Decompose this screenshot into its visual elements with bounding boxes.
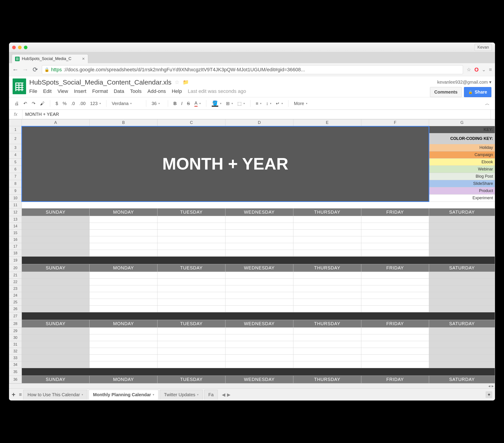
cell[interactable]: [158, 223, 225, 230]
row-header[interactable]: 26: [9, 306, 22, 312]
key-subtitle-cell[interactable]: COLOR-CODING KEY:: [429, 133, 495, 144]
row-header[interactable]: 2: [9, 133, 22, 144]
row-header[interactable]: 18: [9, 250, 22, 256]
day-header-cell[interactable]: TUESDAY: [158, 208, 225, 216]
cell[interactable]: [158, 299, 225, 306]
day-header-cell[interactable]: SATURDAY: [429, 264, 495, 272]
cell[interactable]: [90, 216, 158, 223]
cell[interactable]: [293, 348, 361, 355]
day-header-cell[interactable]: FRIDAY: [361, 208, 429, 216]
font-size-select[interactable]: 36: [150, 100, 164, 107]
star-document-icon[interactable]: ☆: [175, 79, 180, 85]
chrome-profile-chip[interactable]: Kevan: [474, 44, 492, 51]
pocket-icon[interactable]: ⌄: [482, 67, 486, 73]
cell[interactable]: [90, 230, 158, 236]
cell[interactable]: [90, 272, 158, 279]
cell[interactable]: [225, 236, 293, 243]
cell[interactable]: [225, 250, 293, 256]
cell[interactable]: [90, 299, 158, 306]
cell[interactable]: [361, 250, 429, 256]
cell[interactable]: [361, 216, 429, 223]
key-product-cell[interactable]: Product: [429, 187, 495, 194]
wrap-button[interactable]: ↵: [274, 100, 284, 107]
cell[interactable]: [361, 334, 429, 341]
day-header-cell[interactable]: MONDAY: [90, 320, 158, 328]
row-header[interactable]: 27: [9, 312, 22, 320]
reload-button[interactable]: ⟳: [32, 67, 38, 73]
row-header[interactable]: 5: [9, 158, 22, 166]
col-header[interactable]: C: [158, 119, 225, 126]
day-header-cell[interactable]: TUESDAY: [158, 376, 225, 383]
menu-help[interactable]: Help: [172, 88, 182, 94]
cell[interactable]: [158, 328, 225, 334]
cell[interactable]: [22, 355, 90, 361]
col-header[interactable]: B: [90, 119, 158, 126]
chrome-menu-icon[interactable]: ≡: [489, 67, 492, 73]
cell[interactable]: [361, 243, 429, 250]
day-header-cell[interactable]: THURSDAY: [293, 320, 361, 328]
address-bar[interactable]: 🔒 https://docs.google.com/spreadsheets/d…: [42, 65, 463, 74]
cell[interactable]: [22, 202, 495, 208]
cell[interactable]: [158, 236, 225, 243]
cell[interactable]: [22, 328, 90, 334]
row-header[interactable]: 32: [9, 348, 22, 355]
cell[interactable]: [90, 361, 158, 368]
cell[interactable]: [22, 361, 90, 368]
cell[interactable]: [293, 306, 361, 312]
cell[interactable]: [158, 306, 225, 312]
cell[interactable]: [90, 223, 158, 230]
share-button[interactable]: 🔒Share: [464, 87, 491, 97]
row-header[interactable]: 23: [9, 285, 22, 292]
cell[interactable]: [429, 299, 495, 306]
cell[interactable]: [361, 272, 429, 279]
col-header[interactable]: G: [429, 119, 495, 126]
col-header[interactable]: A: [22, 119, 90, 126]
cell[interactable]: [293, 250, 361, 256]
row-header[interactable]: 1: [9, 126, 22, 133]
cell[interactable]: [293, 299, 361, 306]
row-header[interactable]: 13: [9, 216, 22, 223]
cell[interactable]: [225, 341, 293, 348]
cell[interactable]: [429, 292, 495, 299]
move-folder-icon[interactable]: 📁: [183, 79, 189, 85]
cell[interactable]: [225, 216, 293, 223]
all-sheets-button[interactable]: ≡: [19, 392, 22, 398]
day-header-cell[interactable]: WEDNESDAY: [225, 264, 293, 272]
cell[interactable]: [429, 250, 495, 256]
cell[interactable]: [429, 328, 495, 334]
cell[interactable]: [225, 334, 293, 341]
cell[interactable]: [22, 230, 90, 236]
cell[interactable]: [22, 243, 90, 250]
collapse-toolbar-icon[interactable]: ︿: [484, 100, 491, 107]
strikethrough-button[interactable]: S: [186, 100, 191, 107]
add-sheet-button[interactable]: +: [12, 391, 15, 398]
maximize-window-icon[interactable]: [24, 46, 27, 49]
day-header-cell[interactable]: SATURDAY: [429, 376, 495, 383]
day-header-cell[interactable]: FRIDAY: [361, 264, 429, 272]
bold-button[interactable]: B: [172, 100, 178, 107]
close-tab-icon[interactable]: ✕: [82, 57, 85, 61]
cell[interactable]: [225, 348, 293, 355]
last-edit-label[interactable]: Last edit was seconds ago: [188, 88, 246, 94]
redo-icon[interactable]: ↷: [30, 100, 37, 107]
cell[interactable]: [22, 285, 90, 292]
row-header[interactable]: 9: [9, 187, 22, 194]
cell[interactable]: [361, 328, 429, 334]
day-header-cell[interactable]: TUESDAY: [158, 320, 225, 328]
day-header-cell[interactable]: SATURDAY: [429, 208, 495, 216]
cell[interactable]: [293, 216, 361, 223]
row-header[interactable]: 22: [9, 279, 22, 285]
cell[interactable]: [361, 341, 429, 348]
horizontal-scrollbar[interactable]: ◀▶: [9, 383, 495, 388]
opera-extension-icon[interactable]: O: [474, 67, 479, 73]
cell[interactable]: [225, 328, 293, 334]
merge-button[interactable]: ⬚: [236, 100, 246, 107]
document-title[interactable]: HubSpots_Social_Media_Content_Calendar.x…: [29, 79, 171, 86]
sheet-tab-twitter[interactable]: Twitter Updates▾: [160, 390, 203, 400]
cell[interactable]: [429, 355, 495, 361]
cell[interactable]: [361, 292, 429, 299]
cell[interactable]: [225, 223, 293, 230]
cell[interactable]: [361, 236, 429, 243]
cell[interactable]: [225, 279, 293, 285]
menu-format[interactable]: Format: [92, 88, 108, 94]
